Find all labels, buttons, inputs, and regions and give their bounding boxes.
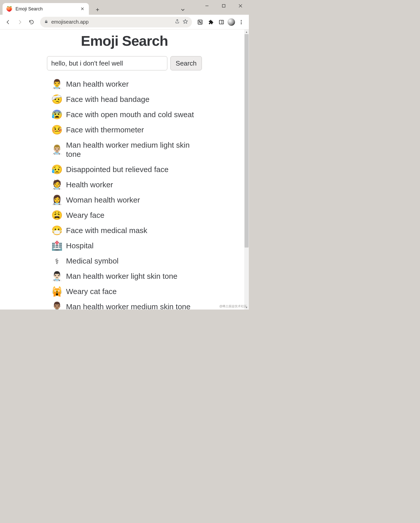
- result-row[interactable]: 😷Face with medical mask: [51, 223, 204, 238]
- page-title: Emoji Search: [3, 33, 246, 49]
- lock-icon: [44, 20, 48, 25]
- result-row[interactable]: 👩‍⚕️Woman health worker: [51, 192, 204, 208]
- bookmark-star-icon[interactable]: [183, 19, 188, 25]
- result-row[interactable]: 👨‍⚕️Man health worker: [51, 76, 204, 92]
- browser-tab[interactable]: 🍑 Emoji Search ✕: [3, 3, 89, 15]
- page-content: Emoji Search Search 👨‍⚕️Man health worke…: [3, 29, 246, 310]
- tab-list-dropdown[interactable]: [178, 5, 188, 15]
- result-row[interactable]: 🤕Face with head bandage: [51, 92, 204, 107]
- result-emoji: 👨🏼‍⚕️: [51, 145, 62, 154]
- share-icon[interactable]: [175, 19, 180, 25]
- svg-rect-1: [222, 5, 225, 7]
- back-button[interactable]: [3, 17, 13, 27]
- result-label: Weary face: [66, 211, 104, 220]
- svg-point-9: [241, 20, 242, 21]
- result-row[interactable]: 🙀Weary cat face: [51, 284, 204, 299]
- result-label: Woman health worker: [66, 195, 140, 205]
- tab-favicon: 🍑: [6, 6, 12, 12]
- result-row[interactable]: 😰Face with open mouth and cold sweat: [51, 107, 204, 122]
- result-emoji: 👩‍⚕️: [51, 195, 62, 205]
- result-label: Face with head bandage: [66, 95, 150, 104]
- notion-extension-icon[interactable]: [196, 18, 205, 27]
- forward-button[interactable]: [15, 17, 25, 27]
- result-emoji: 😰: [51, 110, 62, 119]
- search-button[interactable]: Search: [170, 56, 202, 70]
- result-label: Face with open mouth and cold sweat: [66, 110, 194, 119]
- svg-rect-4: [45, 21, 47, 23]
- result-row[interactable]: 😥Disappointed but relieved face: [51, 162, 204, 177]
- result-label: Face with thermometer: [66, 125, 144, 134]
- result-emoji: ⚕: [51, 256, 62, 266]
- kebab-menu-icon[interactable]: [237, 18, 246, 27]
- result-row[interactable]: 🧑‍⚕️Health worker: [51, 177, 204, 192]
- result-emoji: 🤕: [51, 95, 62, 104]
- result-emoji: 🤒: [51, 125, 62, 134]
- address-bar[interactable]: emojisearch.app: [40, 17, 192, 27]
- svg-rect-7: [219, 20, 224, 24]
- scrollbar[interactable]: ▲ ▼: [244, 29, 249, 310]
- close-window-button[interactable]: [232, 0, 249, 12]
- result-label: Man health worker medium skin tone: [66, 302, 190, 310]
- search-row: Search: [3, 56, 246, 70]
- result-emoji: 👨‍⚕️: [51, 80, 62, 89]
- scrollbar-up-arrow[interactable]: ▲: [244, 29, 249, 34]
- result-label: Man health worker medium light skin tone: [66, 141, 204, 159]
- result-row[interactable]: 🤒Face with thermometer: [51, 122, 204, 137]
- result-row[interactable]: 😩Weary face: [51, 208, 204, 223]
- result-row[interactable]: ⚕Medical symbol: [51, 253, 204, 269]
- maximize-button[interactable]: [215, 0, 232, 12]
- result-label: Weary cat face: [66, 287, 117, 296]
- result-emoji: 😷: [51, 226, 62, 235]
- window-controls: [199, 0, 249, 12]
- result-emoji: 🙀: [51, 287, 62, 296]
- result-row[interactable]: 👨🏻‍⚕️Man health worker light skin tone: [51, 269, 204, 284]
- profile-avatar[interactable]: [228, 18, 235, 26]
- result-label: Man health worker: [66, 80, 129, 89]
- page-viewport: ▲ ▼ Emoji Search Search 👨‍⚕️Man health w…: [0, 29, 249, 310]
- minimize-button[interactable]: [199, 0, 215, 12]
- extensions-puzzle-icon[interactable]: [206, 18, 215, 27]
- result-row[interactable]: 👨🏼‍⚕️Man health worker medium light skin…: [51, 137, 204, 162]
- result-row[interactable]: 🏥Hospital: [51, 238, 204, 253]
- result-emoji: 👨🏻‍⚕️: [51, 272, 62, 281]
- browser-toolbar: emojisearch.app: [0, 15, 249, 29]
- result-label: Face with medical mask: [66, 226, 147, 235]
- reload-button[interactable]: [26, 17, 37, 27]
- result-label: Disappointed but relieved face: [66, 165, 169, 174]
- result-label: Man health worker light skin tone: [66, 272, 177, 281]
- result-row[interactable]: 👨🏽‍⚕️Man health worker medium skin tone: [51, 299, 204, 310]
- sidepanel-icon[interactable]: [217, 18, 226, 27]
- result-emoji: 🏥: [51, 241, 62, 250]
- search-input[interactable]: [47, 56, 167, 70]
- results-list: 👨‍⚕️Man health worker🤕Face with head ban…: [51, 76, 204, 310]
- browser-window: 🍑 Emoji Search ✕ + emojisearch.app: [0, 0, 249, 310]
- result-emoji: 👨🏽‍⚕️: [51, 302, 62, 310]
- scrollbar-thumb[interactable]: [245, 34, 249, 248]
- watermark-text: @稀土掘金技术社区: [219, 304, 247, 309]
- tab-title: Emoji Search: [15, 6, 76, 12]
- tab-close-button[interactable]: ✕: [79, 6, 85, 12]
- result-emoji: 😥: [51, 165, 62, 174]
- svg-marker-5: [183, 20, 188, 23]
- new-tab-button[interactable]: +: [92, 5, 103, 15]
- svg-point-10: [241, 22, 242, 23]
- result-emoji: 🧑‍⚕️: [51, 180, 62, 189]
- url-text: emojisearch.app: [51, 19, 172, 25]
- svg-point-11: [241, 23, 242, 24]
- result-label: Health worker: [66, 180, 113, 189]
- result-label: Hospital: [66, 241, 93, 250]
- result-emoji: 😩: [51, 211, 62, 220]
- result-label: Medical symbol: [66, 256, 119, 266]
